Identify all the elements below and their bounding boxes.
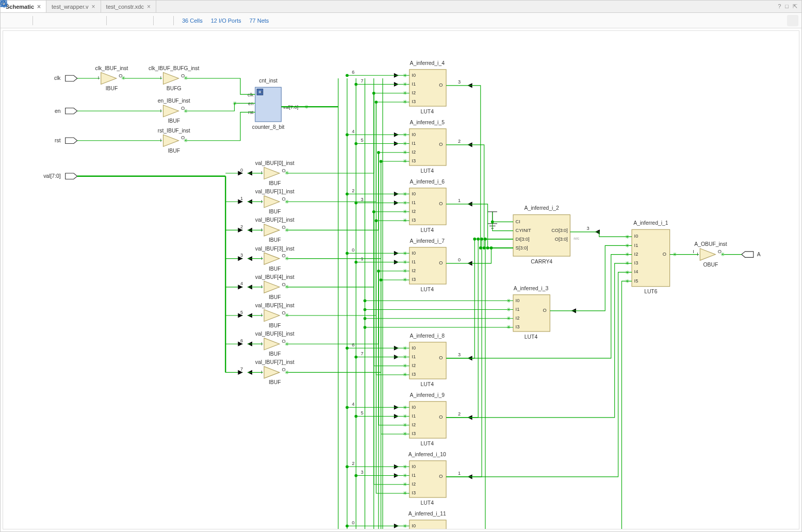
svg-marker-30 bbox=[66, 173, 77, 179]
svg-point-277 bbox=[346, 346, 349, 350]
svg-point-262 bbox=[354, 142, 357, 145]
svg-text:I0: I0 bbox=[412, 73, 416, 78]
svg-text:LUT4: LUT4 bbox=[421, 109, 434, 114]
prev-button[interactable] bbox=[111, 15, 122, 26]
svg-text:2: 2 bbox=[240, 224, 243, 229]
svg-text:I1: I1 bbox=[634, 243, 639, 248]
remove-button[interactable] bbox=[138, 15, 149, 26]
svg-text:IBUF: IBUF bbox=[269, 323, 281, 328]
svg-point-14 bbox=[3, 3, 6, 6]
svg-text:I0: I0 bbox=[412, 191, 416, 196]
add-button[interactable] bbox=[124, 15, 136, 26]
svg-text:LUT6: LUT6 bbox=[644, 289, 658, 294]
svg-point-256 bbox=[354, 83, 357, 86]
regen-button[interactable] bbox=[158, 15, 169, 26]
svg-text:rst: rst bbox=[55, 138, 61, 143]
float-icon[interactable]: ⇱ bbox=[793, 3, 797, 10]
schematic-canvas[interactable]: clkenrstval[7:0]clk_IBUF_instIO✳IBUFclk_… bbox=[3, 30, 799, 529]
svg-text:IBUF: IBUF bbox=[106, 86, 118, 91]
svg-text:6: 6 bbox=[352, 342, 354, 347]
svg-text:I3: I3 bbox=[412, 372, 416, 377]
svg-marker-24 bbox=[66, 75, 77, 81]
svg-text:O[3:0]: O[3:0] bbox=[555, 237, 568, 242]
svg-text:I1: I1 bbox=[412, 141, 416, 146]
svg-text:4: 4 bbox=[352, 402, 354, 407]
svg-text:5: 5 bbox=[361, 138, 363, 143]
svg-text:IBUF: IBUF bbox=[269, 379, 281, 385]
svg-text:I1: I1 bbox=[412, 200, 416, 205]
close-icon[interactable]: × bbox=[147, 3, 151, 10]
close-icon[interactable]: × bbox=[92, 3, 95, 10]
svg-point-283 bbox=[346, 406, 349, 409]
forward-button[interactable] bbox=[17, 15, 28, 26]
svg-text:A: A bbox=[757, 252, 761, 257]
svg-text:I2: I2 bbox=[516, 315, 520, 321]
svg-text:I: I bbox=[160, 75, 161, 80]
stat-nets[interactable]: 77 Nets bbox=[249, 18, 269, 24]
stat-io[interactable]: 12 I/O Ports bbox=[211, 18, 241, 24]
svg-point-332 bbox=[491, 220, 494, 223]
svg-text:3: 3 bbox=[361, 470, 363, 475]
editor-window: Schematic × test_wrapper.v × test_constr… bbox=[0, 0, 802, 532]
svg-text:LUT4: LUT4 bbox=[421, 441, 434, 446]
svg-point-259 bbox=[346, 133, 349, 136]
svg-text:I1: I1 bbox=[412, 473, 416, 478]
autofit-button[interactable] bbox=[91, 15, 102, 26]
svg-text:7: 7 bbox=[361, 78, 363, 84]
zoom-sel-button[interactable] bbox=[77, 15, 89, 26]
settings-button[interactable] bbox=[787, 15, 798, 26]
svg-text:I3: I3 bbox=[412, 218, 416, 223]
zoom-in-button[interactable] bbox=[37, 15, 48, 26]
svg-text:A_inferred_i_9: A_inferred_i_9 bbox=[410, 392, 445, 398]
svg-text:IBUF: IBUF bbox=[269, 209, 281, 214]
svg-line-19 bbox=[2, 2, 3, 3]
svg-text:IBUF: IBUF bbox=[269, 180, 281, 186]
svg-text:I: I bbox=[261, 284, 263, 289]
svg-point-327 bbox=[490, 246, 493, 250]
tab-constr[interactable]: test_constr.xdc × bbox=[101, 1, 156, 12]
svg-line-21 bbox=[2, 6, 3, 7]
svg-text:LUT4: LUT4 bbox=[421, 381, 434, 387]
tab-wrapper[interactable]: test_wrapper.v × bbox=[46, 1, 101, 12]
svg-text:I1: I1 bbox=[412, 354, 416, 359]
svg-point-292 bbox=[354, 474, 357, 477]
svg-point-286 bbox=[354, 415, 357, 418]
svg-text:val_IBUF[7]_inst: val_IBUF[7]_inst bbox=[255, 359, 294, 365]
svg-text:I: I bbox=[160, 138, 161, 143]
svg-text:2: 2 bbox=[458, 139, 461, 144]
svg-text:4: 4 bbox=[240, 281, 243, 286]
svg-text:DI[3:0]: DI[3:0] bbox=[516, 237, 530, 242]
svg-marker-38 bbox=[163, 73, 179, 85]
svg-text:A_inferred_i_5: A_inferred_i_5 bbox=[410, 120, 445, 125]
svg-marker-68 bbox=[264, 168, 280, 179]
toolbar: 36 Cells 12 I/O Ports 77 Nets bbox=[1, 13, 801, 28]
svg-text:cnt_inst: cnt_inst bbox=[259, 78, 277, 84]
svg-text:O: O bbox=[439, 260, 443, 265]
maximize-icon[interactable]: □ bbox=[785, 3, 789, 10]
svg-text:I: I bbox=[98, 75, 100, 80]
svg-text:counter_8_bit: counter_8_bit bbox=[252, 124, 285, 130]
zoom-out-button[interactable] bbox=[51, 15, 62, 26]
svg-text:0: 0 bbox=[352, 520, 354, 525]
svg-text:OBUF: OBUF bbox=[703, 262, 718, 268]
help-icon[interactable]: ? bbox=[778, 3, 781, 10]
back-button[interactable] bbox=[4, 15, 15, 26]
svg-text:A_inferred_i_7: A_inferred_i_7 bbox=[410, 238, 445, 244]
svg-text:val_IBUF[4]_inst: val_IBUF[4]_inst bbox=[255, 274, 294, 280]
svg-text:I2: I2 bbox=[412, 481, 416, 487]
stat-cells[interactable]: 36 Cells bbox=[182, 18, 203, 24]
svg-text:I2: I2 bbox=[412, 90, 416, 95]
svg-text:I3: I3 bbox=[412, 99, 416, 104]
svg-text:I5: I5 bbox=[634, 278, 639, 284]
svg-marker-368 bbox=[700, 248, 715, 260]
tab-label: Schematic bbox=[6, 4, 34, 10]
svg-text:4: 4 bbox=[352, 129, 354, 134]
svg-text:6: 6 bbox=[352, 70, 354, 75]
svg-text:I: I bbox=[261, 170, 263, 175]
zoom-fit-button[interactable] bbox=[64, 15, 75, 26]
svg-text:I3: I3 bbox=[412, 490, 416, 495]
svg-point-280 bbox=[354, 356, 357, 359]
svg-text:O: O bbox=[543, 308, 547, 313]
svg-text:A_OBUF_inst: A_OBUF_inst bbox=[694, 241, 727, 247]
close-icon[interactable]: × bbox=[37, 3, 41, 10]
